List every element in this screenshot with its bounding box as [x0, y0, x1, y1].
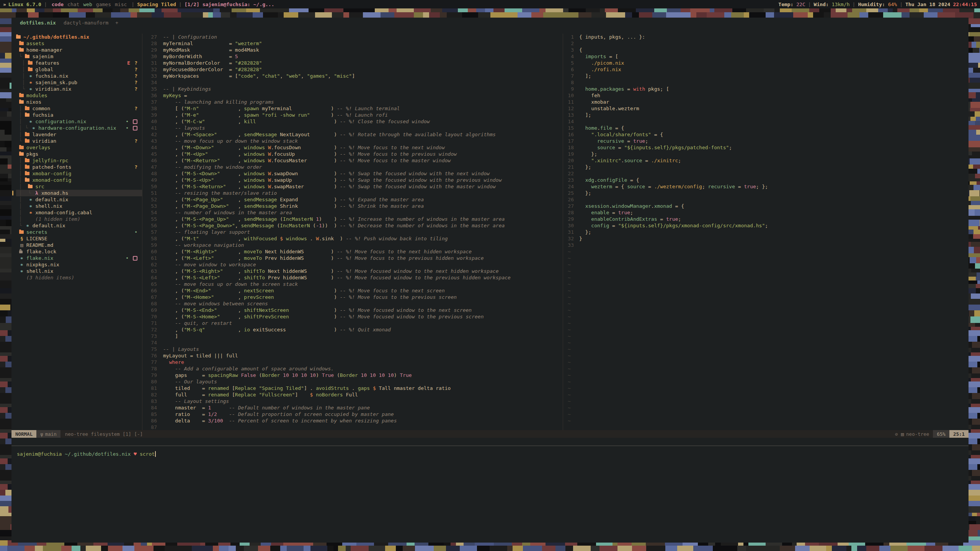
tree-item--3-hidden-items-[interactable]: (3 hidden items) — [16, 274, 142, 281]
workspace-code[interactable]: code — [52, 2, 64, 7]
tree-item-features[interactable]: │ featuresE? — [16, 60, 142, 66]
tilde-marker: ~ — [563, 339, 571, 346]
line-number: 20 — [563, 157, 579, 164]
code-line: 24 wezterm = { source = ./wezterm/config… — [563, 183, 969, 190]
tree-item-xmobar-config[interactable]: │ xmobar-config — [16, 170, 142, 177]
git-branch-segment: ψ main — [36, 430, 60, 438]
tree-item-sajenim[interactable]: └ sajenim — [16, 53, 142, 60]
open-folder-icon — [28, 183, 35, 190]
nix-file-icon: ∗ — [19, 268, 26, 274]
tree-guide: │ — [16, 79, 28, 86]
tree-item-label: patched-fonts — [32, 164, 71, 170]
tree-item-src[interactable]: │ src — [16, 183, 142, 190]
editor-pane-nix[interactable]: 1{ inputs, pkgs, ... }:23{4 imports = [5… — [563, 34, 969, 430]
tree-item-nixpkgs.nix[interactable]: ∗nixpkgs.nix — [16, 261, 142, 268]
tree-item-patched-fonts[interactable]: │ patched-fonts? — [16, 164, 142, 170]
tree-item-jellyfin-rpc[interactable]: │ jellyfin-rpc — [16, 157, 142, 164]
code-text: ".local/share/fonts" = { — [579, 131, 663, 138]
tree-item-lavender[interactable]: │ lavender — [16, 131, 142, 138]
unsaved-dot-badge: • — [126, 255, 129, 261]
code-text: ./rofi.nix — [579, 66, 621, 73]
new-tab-button[interactable]: + — [112, 20, 121, 26]
unsaved-dot-badge: • — [134, 229, 137, 235]
tree-item-hardware-configuration.nix[interactable]: │ └ ∗hardware-configuration.nix• — [16, 125, 142, 131]
tree-item-README.md[interactable]: ▤README.md — [16, 242, 142, 248]
open-folder-icon — [19, 151, 26, 157]
tree-item-configuration.nix[interactable]: │ ∗configuration.nix• — [16, 118, 142, 125]
tree-item--.github-dotfiles.nix[interactable]: ~/.github/dotfiles.nix — [16, 34, 142, 40]
code-line: 82 full = renamed [Replace "Fullscreen"]… — [142, 391, 563, 398]
tree-item-common[interactable]: │ common? — [16, 105, 142, 112]
code-line: 81 tiled = renamed [Replace "Spacing Til… — [142, 385, 563, 391]
tree-item-LICENSE[interactable]: §LICENSE — [16, 235, 142, 242]
code-text: }; — [579, 190, 591, 196]
tree-item-default.nix[interactable]: └ ∗default.nix — [16, 222, 142, 229]
tree-item-label: hardware-configuration.nix — [38, 125, 116, 131]
nvim-statusline: NORMAL ψ main neo-tree filesystem [1] [-… — [11, 430, 969, 438]
layout-indicator: Spacing Tiled — [137, 2, 176, 7]
tree-item-viridian[interactable]: └ viridian? — [16, 138, 142, 144]
git-untracked-badge: ? — [134, 60, 137, 66]
code-line: 30myBorderWidth = 5 — [142, 53, 563, 60]
line-number: 23 — [563, 177, 579, 183]
tree-item-viridian.nix[interactable]: └ ∗viridian.nix? — [16, 86, 142, 92]
editor-pane-xmonad-hs[interactable]: 27-- | Configuration28myTerminal = "wezt… — [142, 34, 563, 430]
tree-item-label: nixos — [26, 99, 41, 105]
tree-item-nixos[interactable]: nixos — [16, 99, 142, 105]
shell-pane[interactable]: sajenim@fuchsia ~/.github/dotfiles.nix ♥… — [11, 446, 969, 543]
tree-guide: │ — [16, 157, 25, 164]
tree-item-modules[interactable]: modules — [16, 92, 142, 99]
code-text: tiled = renamed [Replace "Spacing Tiled"… — [163, 385, 451, 391]
code-text: , ("M-e" , spawn "rofi -show run" ) -- %… — [163, 112, 388, 118]
prompt-path: ~/.github/dotfiles.nix — [65, 451, 131, 457]
empty-buffer-line: ~ — [563, 339, 969, 346]
tree-item-assets[interactable]: assets — [16, 40, 142, 47]
tree-item-overlays[interactable]: overlays — [16, 144, 142, 151]
file-tree-panel[interactable]: ~/.github/dotfiles.nix assets home-manag… — [11, 34, 142, 430]
workspace-chat[interactable]: chat — [67, 2, 79, 7]
tree-item-xmonad-config.cabal[interactable]: │ ∗xmonad-config.cabal — [16, 209, 142, 216]
tree-item-pkgs[interactable]: pkgs — [16, 151, 142, 157]
tilde-marker: ~ — [563, 255, 571, 261]
workspace-misc[interactable]: misc — [115, 2, 127, 7]
code-line: 50 , ("M-S-<Return>" , windows W.swapMas… — [142, 183, 563, 190]
line-number: 29 — [142, 47, 163, 53]
tree-item-label: flake.lock — [26, 248, 56, 255]
tree-item-sajenim-sk.pub[interactable]: │ ∗sajenim_sk.pub? — [16, 79, 142, 86]
empty-buffer-line: ~ — [563, 307, 969, 313]
tree-item-shell.nix[interactable]: ∗shell.nix — [16, 268, 142, 274]
code-text: , ("M-<Left>" , moveTo Prev hiddenWS ) -… — [163, 255, 484, 261]
code-line: 55 , ("M-S-<Page_Up>" , sendMessage (Inc… — [142, 216, 563, 222]
tree-guide — [16, 229, 19, 235]
line-number: 33 — [142, 73, 163, 79]
code-line: 33 — [563, 242, 969, 248]
tree-item-shell.nix[interactable]: │ ∗shell.nix — [16, 203, 142, 209]
tree-item-label: fuchsia.nix — [35, 73, 68, 79]
shell-prompt[interactable]: sajenim@fuchsia ~/.github/dotfiles.nix ♥… — [17, 451, 969, 457]
code-line: 36myKeys = — [142, 92, 563, 99]
tree-item-secrets[interactable]: secrets• — [16, 229, 142, 235]
tree-guide — [16, 268, 19, 274]
tree-item-xmonad-config[interactable]: │ xmonad-config — [16, 177, 142, 183]
tree-item-fuchsia[interactable]: │ fuchsia — [16, 112, 142, 118]
tree-item-label: (3 hidden items) — [26, 274, 74, 281]
tree-item--1-hidden-item-[interactable]: │ (1 hidden item) — [16, 216, 142, 222]
tree-item-xmonad.hs[interactable]: │ └ λxmonad.hs — [16, 190, 142, 196]
nvim-cmdline[interactable] — [11, 438, 969, 445]
tab-dactyl-manuform[interactable]: dactyl-manuform — [60, 20, 112, 26]
workspace-games[interactable]: games — [96, 2, 111, 7]
tree-item-flake.nix[interactable]: ∗flake.nix• — [16, 255, 142, 261]
tree-item-label: home-manager — [26, 47, 62, 53]
tree-item-default.nix[interactable]: │ ∗default.nix — [16, 196, 142, 203]
tab-dotfiles[interactable]: dotfiles.nix — [16, 20, 60, 26]
tree-item-flake.lock[interactable]: flake.lock — [16, 248, 142, 255]
code-line: 43 -- move focus up or down the window s… — [142, 138, 563, 144]
workspace-web[interactable]: web — [83, 2, 92, 7]
tree-item-global[interactable]: │ global? — [16, 66, 142, 73]
folder-icon — [25, 131, 32, 138]
code-line: 40 , ("M-C-w" , kill ) -- %! Close the f… — [142, 118, 563, 125]
prompt-user-host: sajenim@fuchsia — [17, 451, 62, 457]
tree-item-fuchsia.nix[interactable]: │ ∗fuchsia.nix? — [16, 73, 142, 79]
buffer-square-badge — [133, 256, 137, 261]
tree-item-home-manager[interactable]: home-manager — [16, 47, 142, 53]
